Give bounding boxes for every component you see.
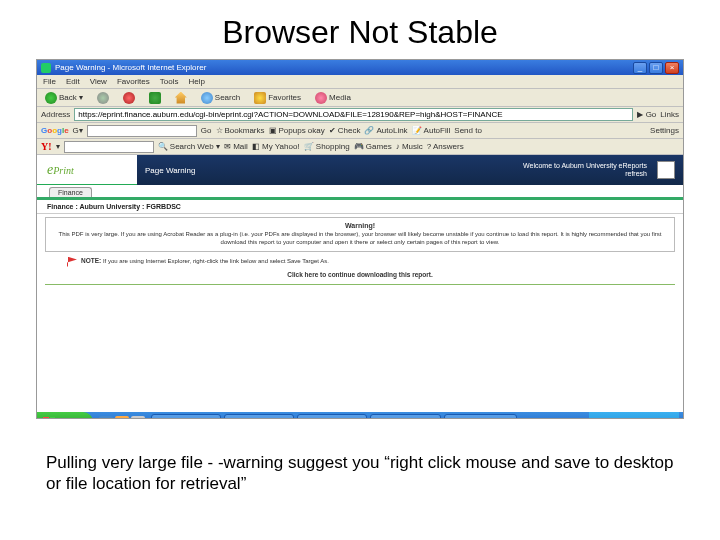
star-icon: [254, 92, 266, 104]
search-button[interactable]: Search: [197, 91, 244, 105]
media-button[interactable]: Media: [311, 91, 355, 105]
yahoo-shopping[interactable]: 🛒 Shopping: [304, 142, 350, 151]
menu-tools[interactable]: Tools: [160, 77, 179, 86]
tab-row: Finance: [37, 185, 683, 198]
task-meeting[interactable]: Meeting - Mi...: [370, 414, 441, 419]
breadcrumb: Finance : Auburn University : FGRBDSC: [37, 200, 683, 214]
forward-button[interactable]: [93, 91, 113, 105]
slide-caption: Pulling very large file - -warning sugge…: [46, 452, 674, 495]
google-sendto[interactable]: Send to: [454, 126, 482, 135]
ppt-icon: [304, 418, 314, 419]
novell-icon: [158, 418, 168, 419]
yahoo-logo: Y!: [41, 141, 52, 152]
google-logo: Google: [41, 126, 69, 135]
maximize-button[interactable]: □: [649, 62, 663, 74]
yahoo-answers[interactable]: ? Answers: [427, 142, 464, 151]
address-bar: Address ▶ Go Links: [37, 107, 683, 123]
task-inbox[interactable]: Inbox - Micr...: [224, 414, 294, 419]
note-row: NOTE: If you are using Internet Explorer…: [37, 255, 683, 269]
taskbar: start Novell-deli... Inbox - Micr... ePr…: [37, 412, 683, 419]
note-text: If you are using Internet Explorer, righ…: [103, 258, 329, 264]
refresh-icon: [149, 92, 161, 104]
menu-edit[interactable]: Edit: [66, 77, 80, 86]
google-go-button[interactable]: Go: [201, 126, 212, 135]
google-search-input[interactable]: [87, 125, 197, 137]
menu-view[interactable]: View: [90, 77, 107, 86]
forward-icon: [97, 92, 109, 104]
links-button[interactable]: Links: [660, 110, 679, 119]
nav-toolbar: Back ▾ Search Favorites Media: [37, 89, 683, 107]
address-input[interactable]: [74, 108, 633, 121]
stop-button[interactable]: [119, 91, 139, 105]
tab-finance[interactable]: Finance: [49, 187, 92, 197]
task-novell[interactable]: Novell-deli...: [151, 414, 221, 419]
flag-icon: [67, 257, 77, 267]
google-popups[interactable]: ▣ Popups okay: [269, 126, 325, 135]
yahoo-games[interactable]: 🎮 Games: [354, 142, 392, 151]
tray-volume-icon[interactable]: [608, 418, 618, 419]
screenshot: Page Warning - Microsoft Internet Explor…: [36, 59, 684, 419]
google-bookmarks[interactable]: ☆ Bookmarks: [216, 126, 265, 135]
favorites-button[interactable]: Favorites: [250, 91, 305, 105]
content-blank: [37, 287, 683, 412]
outlook-icon: [231, 418, 241, 419]
google-autofill[interactable]: 📝 AutoFill: [412, 126, 451, 135]
close-button[interactable]: ×: [665, 62, 679, 74]
refresh-link[interactable]: refresh: [523, 170, 647, 178]
back-button[interactable]: Back ▾: [41, 91, 87, 105]
minimize-button[interactable]: _: [633, 62, 647, 74]
menu-help[interactable]: Help: [188, 77, 204, 86]
page-header: Print Page Warning Welcome to Auburn Uni…: [37, 155, 683, 185]
google-settings[interactable]: Settings: [650, 126, 679, 135]
yahoo-music[interactable]: ♪ Music: [396, 142, 423, 151]
address-label: Address: [41, 110, 70, 119]
ql-ie-icon[interactable]: [99, 416, 113, 419]
google-toolbar: Google G▾ Go ☆ Bookmarks ▣ Popups okay ✔…: [37, 123, 683, 139]
calendar-icon: [377, 418, 387, 419]
page-icon: [657, 161, 675, 179]
go-button[interactable]: ▶ Go: [637, 110, 656, 119]
quick-launch: [96, 416, 148, 419]
yahoo-toolbar: Y! ▾ 🔍 Search Web ▾ ✉ Mail ◧ My Yahoo! 🛒…: [37, 139, 683, 155]
tray-network-icon[interactable]: [634, 418, 644, 419]
warning-body: This PDF is very large. If you are using…: [52, 231, 668, 247]
back-icon: [45, 92, 57, 104]
yahoo-searchweb[interactable]: 🔍 Search Web ▾: [158, 142, 220, 151]
slide-title: Browser Not Stable: [0, 0, 720, 59]
windows-icon: [43, 417, 55, 419]
eprint-logo: Print: [37, 155, 137, 185]
menu-file[interactable]: File: [43, 77, 56, 86]
google-autolink[interactable]: 🔗 AutoLink: [364, 126, 407, 135]
ie-icon: [41, 63, 51, 73]
home-button[interactable]: [171, 91, 191, 105]
page-warning-title: Page Warning: [145, 166, 195, 175]
task-eprint[interactable]: ePrint Train...: [297, 414, 367, 419]
home-icon: [175, 92, 187, 104]
tray-alert-icon[interactable]: [621, 418, 631, 419]
ql-desktop-icon[interactable]: [131, 416, 145, 419]
search-icon: [201, 92, 213, 104]
yahoo-mail[interactable]: ✉ Mail: [224, 142, 248, 151]
media-icon: [315, 92, 327, 104]
refresh-button[interactable]: [145, 91, 165, 105]
warning-box: Warning! This PDF is very large. If you …: [45, 217, 675, 252]
menu-bar: File Edit View Favorites Tools Help: [37, 75, 683, 89]
task-pagewarning[interactable]: Page Warnin...: [444, 414, 517, 419]
google-check[interactable]: ✔ Check: [329, 126, 361, 135]
start-button[interactable]: start: [37, 412, 93, 419]
ql-outlook-icon[interactable]: [115, 416, 129, 419]
continue-link[interactable]: Click here to continue downloading this …: [37, 269, 683, 282]
system-tray: 4:03 PM: [589, 412, 679, 419]
stop-icon: [123, 92, 135, 104]
yahoo-search-input[interactable]: [64, 141, 154, 153]
note-label: NOTE:: [81, 257, 101, 264]
menu-favorites[interactable]: Favorites: [117, 77, 150, 86]
tray-shield-icon[interactable]: [595, 418, 605, 419]
welcome-text: Welcome to Auburn University eReports: [523, 162, 647, 170]
yahoo-my[interactable]: ◧ My Yahoo!: [252, 142, 300, 151]
ie-task-icon: [451, 418, 461, 419]
window-titlebar: Page Warning - Microsoft Internet Explor…: [37, 60, 683, 75]
window-title: Page Warning - Microsoft Internet Explor…: [55, 63, 206, 72]
warning-heading: Warning!: [52, 222, 668, 229]
